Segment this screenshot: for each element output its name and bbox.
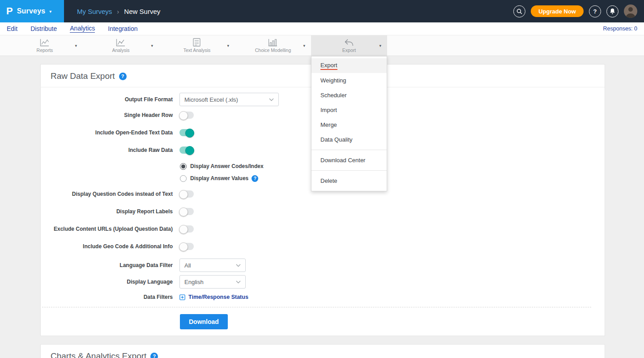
tab-edit[interactable]: Edit (7, 25, 17, 33)
menu-item-import[interactable]: Import (311, 103, 387, 117)
bar-chart-icon (268, 39, 277, 47)
form-row-report-labels: Display Report Labels (41, 207, 595, 216)
product-name: Surveys (17, 7, 46, 15)
breadcrumb-my-surveys[interactable]: My Surveys (77, 8, 112, 15)
menu-item-label: Export (320, 62, 337, 70)
include-open-ended-toggle[interactable] (179, 129, 194, 136)
toolbar-label: Export (342, 47, 356, 53)
survey-tabs: Edit Distribute Analytics Integration Re… (0, 22, 644, 35)
chevron-down-icon: ▾ (49, 9, 51, 14)
field-label: Display Question Codes instead of Text (41, 191, 179, 197)
toolbar-reports[interactable]: Reports ▾ (7, 35, 83, 56)
help-button[interactable]: ? (589, 5, 601, 17)
help-icon[interactable]: ? (119, 73, 127, 80)
add-filter-icon[interactable] (179, 294, 185, 300)
search-button[interactable] (513, 5, 525, 17)
time-response-status-link[interactable]: Time/Response Status (188, 294, 248, 300)
form-row-answer-codes: Display Answer Codes/Index (180, 162, 595, 171)
field-label: Data Filters (41, 294, 179, 300)
output-format-select[interactable]: Microsoft Excel (.xls) (179, 93, 279, 106)
toolbar-label: Choice Modelling (255, 47, 291, 53)
toolbar-text-analysis[interactable]: Text Analysis ▾ (159, 35, 235, 56)
report-labels-toggle[interactable] (179, 208, 194, 215)
analytics-toolbar: Reports ▾ Analysis ▾ Text Analysis ▾ Cho… (0, 35, 644, 56)
menu-item-weighting[interactable]: Weighting (311, 73, 387, 88)
form-row-data-filters: Data Filters Time/Response Status (41, 293, 595, 302)
help-icon: ? (593, 8, 597, 15)
help-icon[interactable]: ? (252, 175, 258, 182)
chevron-down-icon[interactable]: ▾ (227, 43, 229, 48)
form-row-geo-code: Include Geo Code & Additional Info (41, 242, 595, 251)
chevron-down-icon[interactable]: ▾ (303, 43, 305, 48)
field-label: Include Raw Data (41, 147, 179, 153)
tab-analytics[interactable]: Analytics (70, 25, 95, 33)
geo-code-toggle[interactable] (179, 243, 194, 250)
toolbar-choice-modelling[interactable]: Choice Modelling ▾ (235, 35, 311, 56)
topbar: P Surveys ▾ My Surveys › New Survey Upgr… (0, 0, 644, 22)
charts-analytics-export-card: Charts & Analytics Export ? (40, 344, 605, 358)
field-label: Single Header Row (41, 112, 179, 118)
chevron-down-icon[interactable]: ▾ (379, 43, 381, 48)
breadcrumb-current: New Survey (124, 8, 160, 15)
download-button[interactable]: Download (180, 314, 228, 329)
question-codes-toggle[interactable] (179, 190, 194, 198)
toolbar-label: Analysis (112, 47, 129, 53)
product-switcher[interactable]: P Surveys ▾ (0, 0, 64, 22)
menu-item-delete[interactable]: Delete (311, 173, 387, 188)
menu-item-data-quality[interactable]: Data Quality (311, 132, 387, 147)
select-value: Microsoft Excel (.xls) (184, 96, 238, 103)
chevron-down-icon (236, 264, 241, 267)
upgrade-button[interactable]: Upgrade Now (531, 5, 584, 17)
exclude-content-urls-toggle[interactable] (179, 225, 194, 233)
tab-distribute[interactable]: Distribute (30, 25, 57, 33)
responses-count: Responses: 0 (603, 26, 637, 32)
field-label: Exclude Content URLs (Upload Question Da… (41, 226, 179, 232)
menu-item-export[interactable]: Export (311, 58, 387, 73)
breadcrumb: My Surveys › New Survey (77, 8, 160, 15)
form-row-answer-values: Display Answer Values ? (180, 174, 595, 183)
chevron-down-icon[interactable]: ▾ (75, 43, 77, 48)
display-answer-codes-radio[interactable] (180, 163, 187, 170)
avatar[interactable] (624, 4, 637, 18)
language-filter-select[interactable]: All (179, 259, 246, 272)
field-label: Display Language (41, 279, 179, 285)
display-language-select[interactable]: English (179, 275, 246, 289)
chevron-down-icon (269, 98, 274, 101)
form-row-display-language: Display Language English (41, 275, 595, 289)
page-title: Raw Data Export (51, 71, 115, 81)
field-label: Output File Format (41, 96, 179, 103)
bell-icon (610, 8, 615, 14)
toolbar-label: Reports (37, 47, 53, 53)
help-icon[interactable]: ? (150, 353, 158, 358)
display-answer-values-radio[interactable] (180, 175, 187, 182)
avatar-image (624, 4, 637, 18)
section-title: Charts & Analytics Export (51, 351, 146, 358)
notifications-button[interactable] (606, 5, 618, 17)
toolbar-export[interactable]: Export ▾ (311, 35, 387, 56)
select-value: All (184, 262, 191, 269)
menu-divider (311, 150, 387, 150)
export-dropdown-menu: Export Weighting Scheduler Import Merge … (311, 56, 387, 191)
form-row-exclude-urls: Exclude Content URLs (Upload Question Da… (41, 224, 595, 233)
toolbar-analysis[interactable]: Analysis ▾ (83, 35, 159, 56)
line-chart-icon (40, 39, 49, 47)
field-label: Language Data Filter (41, 262, 179, 268)
include-raw-data-toggle[interactable] (179, 147, 194, 154)
menu-item-scheduler[interactable]: Scheduler (311, 88, 387, 103)
field-label: Include Geo Code & Additional Info (41, 243, 179, 250)
breadcrumb-separator-icon: › (117, 8, 119, 15)
export-arrow-icon (344, 39, 354, 47)
menu-item-merge[interactable]: Merge (311, 117, 387, 132)
search-icon (516, 9, 522, 14)
toolbar-label: Text Analysis (183, 47, 211, 53)
chevron-down-icon (236, 280, 241, 284)
single-header-row-toggle[interactable] (179, 112, 194, 119)
questionpro-logo: P (6, 5, 13, 17)
form-divider (42, 307, 591, 307)
trend-chart-icon (116, 39, 125, 47)
topbar-actions: Upgrade Now ? (513, 4, 644, 18)
chevron-down-icon[interactable]: ▾ (151, 43, 153, 48)
text-report-icon (193, 38, 200, 47)
tab-integration[interactable]: Integration (108, 25, 137, 33)
menu-item-download-center[interactable]: Download Center (311, 153, 387, 168)
